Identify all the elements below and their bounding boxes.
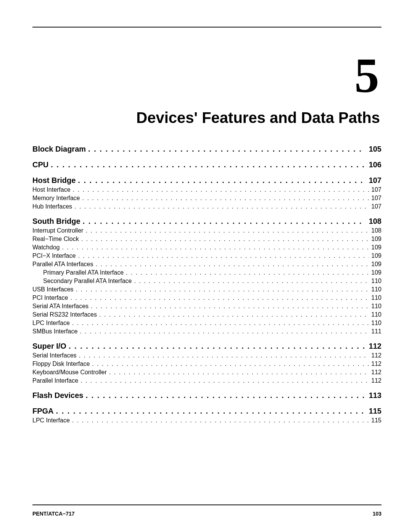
toc-entry-page: 107	[367, 176, 381, 185]
toc-leader-dots	[81, 236, 369, 243]
toc-entry[interactable]: SMBus Interface111	[32, 328, 381, 335]
toc-entry[interactable]: Hub Interfaces107	[32, 203, 381, 210]
toc-entry-page: 110	[371, 303, 381, 310]
toc-entry-label: Watchdog	[32, 244, 60, 251]
toc-entry-label: Serial ATA Interfaces	[32, 303, 89, 310]
toc-entry-page: 109	[371, 252, 381, 259]
toc-entry[interactable]: Keyboard/Mouse Controller112	[32, 369, 381, 376]
toc-entry[interactable]: Super I/O112	[32, 342, 381, 351]
footer-row: PENT/ATCA−717 103	[32, 511, 381, 517]
toc-leader-dots	[85, 227, 369, 234]
toc-entry[interactable]: Host Interface107	[32, 186, 381, 193]
toc-entry[interactable]: FPGA115	[32, 407, 381, 416]
top-rule	[32, 27, 381, 27]
toc-entry[interactable]: Block Diagram105	[32, 145, 381, 154]
toc-entry[interactable]: Floppy Disk Interface112	[32, 361, 381, 367]
toc-leader-dots	[74, 203, 369, 210]
toc-leader-dots	[78, 252, 369, 259]
toc-leader-dots	[80, 377, 369, 384]
footer-left: PENT/ATCA−717	[32, 511, 75, 517]
chapter-number: 5	[32, 50, 379, 100]
toc-entry-page: 111	[371, 328, 381, 335]
toc-entry[interactable]: LPC Interface115	[32, 417, 381, 424]
toc-entry-page: 110	[371, 320, 381, 327]
toc-leader-dots	[99, 311, 369, 318]
toc-entry-page: 109	[371, 269, 381, 276]
toc-leader-dots	[56, 407, 365, 416]
toc-entry-label: LPC Interface	[32, 417, 70, 424]
toc-entry[interactable]: Serial RS232 Interfaces110	[32, 311, 381, 318]
toc-leader-dots	[69, 342, 365, 351]
toc-entry[interactable]: Parallel ATA Interfaces109	[32, 261, 381, 268]
toc-entry-label: Flash Devices	[32, 391, 83, 400]
toc-entry[interactable]: Memory Interface107	[32, 195, 381, 202]
toc-entry-label: PCI Interface	[32, 294, 68, 301]
toc-entry-label: Hub Interfaces	[32, 203, 72, 210]
toc-entry-label: Serial Interfaces	[32, 352, 77, 359]
toc-entry[interactable]: Flash Devices113	[32, 391, 381, 400]
toc-entry[interactable]: PCI−X Interface109	[32, 252, 381, 259]
toc-entry-label: Keyboard/Mouse Controller	[32, 369, 107, 376]
toc-entry[interactable]: USB Interfaces110	[32, 286, 381, 293]
toc-entry-label: Real−Time Clock	[32, 236, 79, 243]
toc-entry-page: 107	[371, 186, 381, 193]
toc-entry-label: FPGA	[32, 407, 54, 416]
toc-entry-page: 109	[371, 244, 381, 251]
toc-entry-page: 109	[371, 236, 381, 243]
toc-entry-label: Host Bridge	[32, 176, 76, 185]
chapter-title: Devices' Features and Data Paths	[32, 109, 380, 126]
toc-entry[interactable]: Host Bridge107	[32, 176, 381, 185]
toc-leader-dots	[95, 261, 369, 268]
toc-entry[interactable]: Watchdog109	[32, 244, 381, 251]
toc-leader-dots	[62, 244, 369, 251]
toc-entry-page: 108	[367, 217, 381, 226]
toc-entry-page: 109	[371, 261, 381, 268]
toc-entry[interactable]: LPC Interface110	[32, 320, 381, 327]
toc-entry[interactable]: PCI Interface110	[32, 294, 381, 301]
toc-entry-page: 105	[367, 145, 381, 154]
toc-leader-dots	[78, 176, 365, 185]
toc-entry[interactable]: Interrupt Controller108	[32, 227, 381, 234]
toc-leader-dots	[134, 278, 369, 285]
toc-entry-page: 110	[371, 311, 381, 318]
toc-entry-label: Interrupt Controller	[32, 227, 83, 234]
toc-leader-dots	[51, 160, 365, 169]
toc-entry-page: 112	[371, 369, 381, 376]
toc-entry-page: 108	[371, 227, 381, 234]
toc-entry-page: 113	[367, 391, 381, 400]
toc-entry-label: Host Interface	[32, 186, 71, 193]
toc-leader-dots	[109, 369, 369, 376]
toc-entry-page: 112	[371, 377, 381, 384]
toc-entry[interactable]: Serial Interfaces112	[32, 352, 381, 359]
toc-entry[interactable]: Real−Time Clock109	[32, 236, 381, 243]
toc-entry[interactable]: Primary Parallel ATA Interface109	[32, 269, 381, 276]
toc-entry[interactable]: CPU106	[32, 160, 381, 169]
toc-entry-label: LPC Interface	[32, 320, 70, 327]
toc-entry-label: Secondary Parallel ATA Interface	[32, 278, 132, 285]
toc-entry[interactable]: Secondary Parallel ATA Interface110	[32, 278, 381, 285]
toc-entry[interactable]: South Bridge108	[32, 217, 381, 226]
toc-entry[interactable]: Serial ATA Interfaces110	[32, 303, 381, 310]
toc-leader-dots	[79, 352, 369, 359]
toc-entry[interactable]: Parallel Interface112	[32, 377, 381, 384]
toc-leader-dots	[80, 328, 369, 335]
toc-entry-page: 110	[371, 278, 381, 285]
toc-entry-page: 115	[367, 407, 381, 416]
bottom-rule	[32, 505, 381, 505]
toc-entry-page: 106	[367, 160, 381, 169]
toc-leader-dots	[126, 269, 369, 276]
toc-entry-page: 107	[371, 203, 381, 210]
toc-entry-label: Parallel ATA Interfaces	[32, 261, 93, 268]
toc-leader-dots	[76, 286, 369, 293]
toc-leader-dots	[85, 391, 365, 400]
toc-leader-dots	[92, 361, 369, 367]
toc-entry-label: Block Diagram	[32, 145, 86, 154]
toc-entry-page: 115	[371, 417, 381, 424]
toc-entry-label: Serial RS232 Interfaces	[32, 311, 97, 318]
table-of-contents: Block Diagram105CPU106Host Bridge107Host…	[32, 145, 381, 424]
toc-entry-label: SMBus Interface	[32, 328, 77, 335]
toc-leader-dots	[70, 294, 369, 301]
toc-entry-label: Parallel Interface	[32, 377, 78, 384]
toc-entry-label: USB Interfaces	[32, 286, 74, 293]
toc-entry-page: 110	[371, 294, 381, 301]
